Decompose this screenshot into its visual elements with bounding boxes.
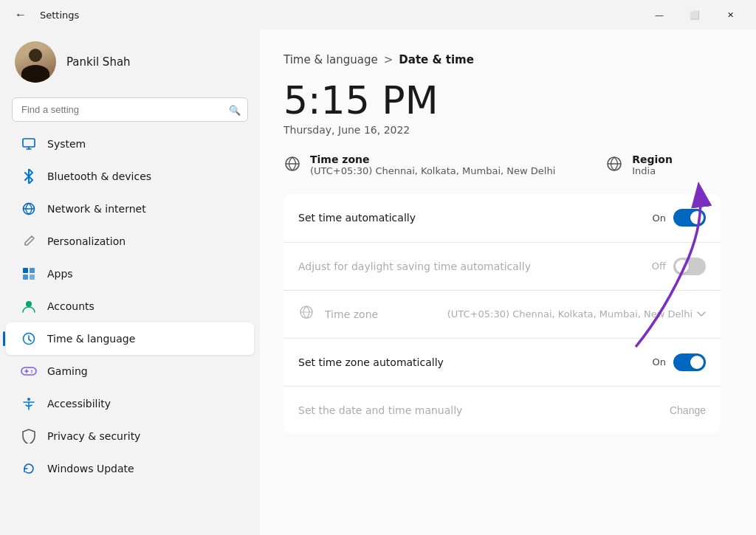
region-card-title: Region xyxy=(632,153,673,165)
nav-item-bluetooth[interactable]: Bluetooth & devices xyxy=(6,160,254,193)
app-body: Pankil Shah 🔍 System Bluetooth & d xyxy=(0,30,756,535)
window-title: Settings xyxy=(40,10,79,21)
svg-point-10 xyxy=(31,372,32,373)
accounts-icon xyxy=(21,298,37,314)
nav-item-time[interactable]: Time & language xyxy=(6,322,254,355)
set-timezone-auto-controls: On xyxy=(653,353,706,371)
set-timezone-auto-toggle[interactable] xyxy=(673,353,706,371)
timezone-select-label: Time zone xyxy=(325,308,378,320)
nav-item-gaming[interactable]: Gaming xyxy=(6,355,254,387)
region-info-icon xyxy=(605,155,623,176)
sidebar: Pankil Shah 🔍 System Bluetooth & d xyxy=(0,30,260,535)
daylight-saving-thumb xyxy=(676,260,689,273)
daylight-saving-controls: Off xyxy=(652,258,706,275)
nav-label-network: Network & internet xyxy=(47,203,146,215)
current-date-display: Thursday, June 16, 2022 xyxy=(284,124,721,136)
nav-item-update[interactable]: Windows Update xyxy=(6,452,254,485)
bluetooth-icon xyxy=(21,168,37,184)
set-timezone-auto-thumb xyxy=(690,356,704,369)
set-time-auto-row: Set time automatically On xyxy=(284,194,721,241)
info-cards: Time zone (UTC+05:30) Chennai, Kolkata, … xyxy=(284,153,721,176)
svg-rect-5 xyxy=(30,275,35,280)
svg-point-11 xyxy=(27,398,30,401)
timezone-info-icon xyxy=(284,155,301,176)
nav-label-accessibility: Accessibility xyxy=(47,398,111,410)
nav-label-personalization: Personalization xyxy=(47,235,126,247)
nav-label-gaming: Gaming xyxy=(47,365,88,377)
daylight-saving-status: Off xyxy=(652,260,666,272)
region-info-card: Region India xyxy=(605,153,673,176)
time-icon xyxy=(21,331,37,347)
system-icon xyxy=(21,136,37,152)
breadcrumb: Time & language > Date & time xyxy=(284,53,721,66)
change-button[interactable]: Change xyxy=(670,404,706,416)
nav-label-time: Time & language xyxy=(47,333,135,345)
set-timezone-auto-row: Set time zone automatically On xyxy=(284,338,721,385)
timezone-select-wrap[interactable]: (UTC+05:30) Chennai, Kolkata, Mumbai, Ne… xyxy=(447,308,706,320)
timezone-select-value: (UTC+05:30) Chennai, Kolkata, Mumbai, Ne… xyxy=(447,308,693,320)
nav-item-apps[interactable]: Apps xyxy=(6,258,254,290)
nav-label-bluetooth: Bluetooth & devices xyxy=(47,170,151,182)
set-timezone-auto-label: Set time zone automatically xyxy=(298,356,444,368)
set-time-auto-toggle[interactable] xyxy=(673,209,706,227)
content-area: Time & language > Date & time 5:15 PM Th… xyxy=(260,30,756,535)
nav-item-accounts[interactable]: Accounts xyxy=(6,290,254,322)
svg-rect-2 xyxy=(23,268,28,273)
breadcrumb-parent: Time & language xyxy=(284,53,378,66)
set-time-auto-controls: On xyxy=(653,209,706,227)
timezone-info-card: Time zone (UTC+05:30) Chennai, Kolkata, … xyxy=(284,153,555,176)
svg-rect-8 xyxy=(21,367,36,375)
daylight-saving-row: Adjust for daylight saving time automati… xyxy=(284,242,721,289)
search-icon: 🔍 xyxy=(229,104,241,115)
set-time-auto-label: Set time automatically xyxy=(298,212,416,224)
svg-rect-0 xyxy=(23,139,35,147)
nav-label-update: Windows Update xyxy=(47,463,134,474)
settings-list: Set time automatically On Adjust for day… xyxy=(284,194,721,433)
back-button[interactable]: ← xyxy=(9,3,32,27)
privacy-icon xyxy=(21,428,37,444)
region-card-value: India xyxy=(632,165,673,176)
network-icon xyxy=(21,201,37,217)
svg-rect-4 xyxy=(23,275,28,280)
nav-label-privacy: Privacy & security xyxy=(47,430,140,442)
breadcrumb-separator: > xyxy=(384,53,394,66)
nav-item-accessibility[interactable]: Accessibility xyxy=(6,387,254,420)
search-box: 🔍 xyxy=(12,97,248,122)
set-date-manual-row: Set the date and time manually Change xyxy=(284,386,721,433)
avatar xyxy=(15,41,56,83)
svg-point-6 xyxy=(26,301,32,307)
svg-rect-3 xyxy=(30,268,35,273)
daylight-saving-label: Adjust for daylight saving time automati… xyxy=(298,260,531,272)
timezone-select-row: Time zone (UTC+05:30) Chennai, Kolkata, … xyxy=(284,290,721,337)
update-icon xyxy=(21,460,37,477)
close-button[interactable]: ✕ xyxy=(713,3,747,27)
current-time-display: 5:15 PM xyxy=(284,81,721,120)
search-input[interactable] xyxy=(12,97,248,122)
nav-item-privacy[interactable]: Privacy & security xyxy=(6,420,254,452)
user-name: Pankil Shah xyxy=(66,55,131,69)
daylight-saving-toggle[interactable] xyxy=(673,258,706,275)
timezone-card-value: (UTC+05:30) Chennai, Kolkata, Mumbai, Ne… xyxy=(310,165,555,176)
chevron-down-icon xyxy=(697,311,706,317)
user-profile[interactable]: Pankil Shah xyxy=(0,30,260,97)
nav-item-system[interactable]: System xyxy=(6,128,254,160)
set-time-auto-status: On xyxy=(653,213,666,224)
personalization-icon xyxy=(21,233,37,249)
nav-label-system: System xyxy=(47,138,86,150)
set-timezone-auto-status: On xyxy=(653,356,666,367)
set-date-manual-label: Set the date and time manually xyxy=(298,404,462,416)
nav-item-personalization[interactable]: Personalization xyxy=(6,225,254,258)
timezone-card-title: Time zone xyxy=(310,153,555,165)
svg-point-9 xyxy=(31,370,32,372)
timezone-select-icon xyxy=(298,304,315,324)
nav-label-accounts: Accounts xyxy=(47,300,94,312)
nav-item-network[interactable]: Network & internet xyxy=(6,193,254,225)
nav-label-apps: Apps xyxy=(47,268,73,280)
apps-icon xyxy=(21,266,37,282)
breadcrumb-current: Date & time xyxy=(399,53,474,66)
gaming-icon xyxy=(21,363,37,379)
title-bar: ← Settings — ⬜ ✕ xyxy=(0,0,756,30)
minimize-button[interactable]: — xyxy=(642,3,676,27)
window-controls: — ⬜ ✕ xyxy=(642,3,747,27)
maximize-button[interactable]: ⬜ xyxy=(678,3,712,27)
